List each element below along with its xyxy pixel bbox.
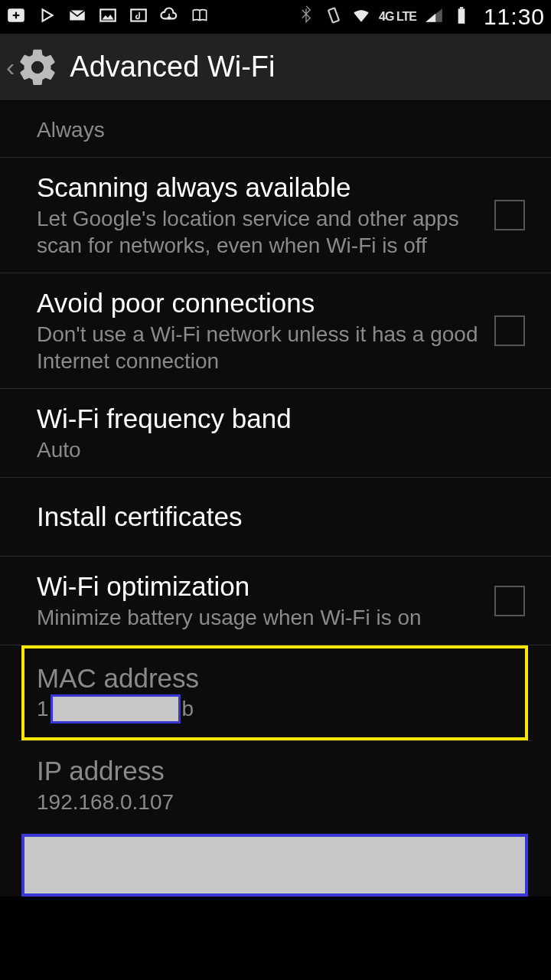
mail-icon [67,5,87,28]
book-icon [190,5,210,28]
cloud-download-icon [159,5,179,28]
mac-prefix: 1 [37,697,49,721]
item-title: Avoid poor connections [37,287,479,319]
item-mac-address: MAC address 1 b [24,648,525,737]
signal-icon [424,5,444,28]
play-icon [37,5,57,28]
status-right: 4G LTE 11:30 [296,4,545,30]
status-bar: 4G LTE 11:30 [0,0,551,34]
vibrate-icon [324,5,344,28]
item-sub: Minimize battery usage when Wi-Fi is on [37,604,479,631]
ip-value: 192.168.0.107 [37,789,517,815]
item-keep-on-sleep[interactable]: Always [0,101,551,158]
back-icon[interactable]: ‹ [6,52,15,82]
item-title: Wi-Fi frequency band [37,403,517,435]
wifi-icon [351,5,371,28]
mac-suffix: b [182,697,194,721]
checkbox[interactable] [494,586,525,616]
music-icon [129,5,148,28]
clock: 11:30 [484,4,545,30]
item-title: IP address [37,755,517,787]
item-title: Scanning always available [37,172,479,204]
redaction-wrap [0,834,551,897]
item-title: MAC address [37,662,504,694]
item-ip-address: IP address 192.168.0.107 [0,741,551,829]
svg-rect-6 [328,8,339,22]
item-frequency-band[interactable]: Wi-Fi frequency band Auto [0,389,551,478]
item-sub: Always [37,116,517,143]
svg-rect-8 [460,7,463,8]
settings-list: Always Scanning always available Let Goo… [0,101,551,897]
highlight-mac: MAC address 1 b [21,645,528,740]
redaction-box [51,694,181,724]
item-sub: Let Google's location service and other … [37,205,479,259]
item-sub: Don't use a Wi-Fi network unless it has … [37,321,479,374]
item-scanning-always[interactable]: Scanning always available Let Google's l… [0,158,551,273]
battery-icon [452,5,471,28]
item-title: Wi-Fi optimization [37,570,479,603]
mac-value: 1 b [37,694,504,724]
svg-rect-2 [13,15,20,16]
plus-icon [6,5,26,28]
checkbox[interactable] [494,200,525,230]
checkbox[interactable] [494,315,525,346]
page-title: Advanced Wi-Fi [70,51,275,83]
gear-icon [16,46,59,89]
action-bar[interactable]: ‹ Advanced Wi-Fi [0,34,551,101]
network-label: 4G LTE [379,10,416,24]
item-wifi-optimization[interactable]: Wi-Fi optimization Minimize battery usag… [0,557,551,645]
bluetooth-icon [296,5,316,28]
status-left [6,5,210,28]
item-install-certificates[interactable]: Install certificates [0,478,551,557]
redaction-box-large [21,834,528,897]
item-avoid-poor[interactable]: Avoid poor connections Don't use a Wi-Fi… [0,273,551,389]
svg-rect-7 [458,8,465,24]
picture-icon [98,5,118,28]
item-sub: Auto [37,436,517,463]
item-title: Install certificates [37,501,517,533]
svg-rect-5 [131,9,146,21]
